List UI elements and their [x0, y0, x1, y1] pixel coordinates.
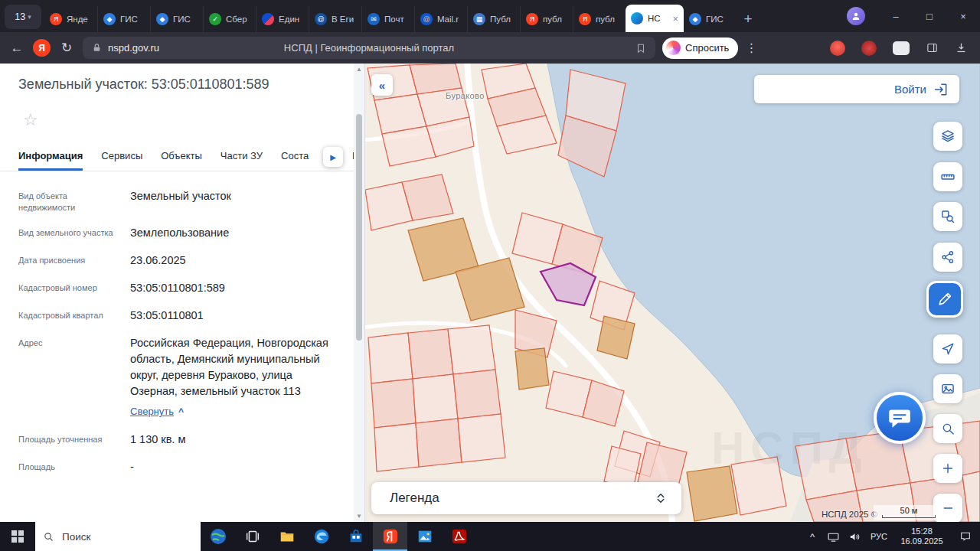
field-row: Кадастровый квартал53:05:0110801 — [18, 308, 338, 324]
legend-expand-icon[interactable] — [654, 491, 668, 505]
browser-tab[interactable]: ◆ГИС — [684, 6, 737, 32]
profile-avatar[interactable] — [847, 7, 865, 25]
login-button[interactable]: Войти — [754, 75, 959, 103]
browser-tab[interactable]: ◆ГИС — [97, 6, 150, 32]
screenshot-button[interactable] — [933, 374, 962, 403]
browser-tab[interactable]: Един — [256, 6, 309, 32]
sidebar-panel-icon[interactable] — [926, 41, 939, 54]
tray-expand-icon[interactable]: ^ — [802, 531, 822, 543]
taskbar-app-edge[interactable] — [304, 522, 338, 551]
field-value: Землепользование — [130, 225, 338, 241]
ruler-button[interactable] — [933, 162, 962, 191]
favorite-star-icon[interactable]: ☆ — [23, 112, 364, 129]
browser-tab[interactable]: ✓Сбер — [203, 6, 256, 32]
taskbar-app-yandex[interactable] — [373, 522, 407, 551]
browser-tab[interactable]: НС× — [626, 5, 684, 32]
tab-strip: ЯЯнде◆ГИС◆ГИС✓СберЕдин@В Еги✉Почт@Mail.r… — [44, 5, 737, 32]
tab-title: Почт — [384, 15, 404, 24]
browser-toolbar: ← Я ↻ nspd.gov.ru НСПД | Геоинформационн… — [0, 32, 980, 64]
extension-icon[interactable] — [861, 41, 877, 56]
network-icon[interactable] — [822, 530, 844, 543]
panel-tab-части зу[interactable]: Части ЗУ — [220, 150, 263, 171]
field-row: Дата присвоения23.06.2025 — [18, 253, 338, 269]
panel-tab-соста[interactable]: Соста — [281, 150, 309, 171]
legend-label: Легенда — [390, 491, 439, 506]
taskbar-app-globe[interactable] — [201, 522, 235, 551]
tab-close-icon[interactable]: × — [672, 13, 678, 24]
browser-tab[interactable]: ▦Публ — [467, 6, 520, 32]
tab-counter-value: 13 — [15, 11, 25, 22]
browser-tab[interactable]: Япубл — [520, 6, 573, 32]
legend-bar[interactable]: Легенда — [371, 482, 681, 514]
map-area[interactable]: Бураково НСПД « Войти Легенда НСПД 2025 … — [365, 64, 980, 522]
taskbar-app-acrobat[interactable] — [442, 522, 476, 551]
tab-title: В Еги — [332, 15, 354, 24]
taskbar-app-photos[interactable] — [407, 522, 442, 551]
field-label: Кадастровый квартал — [18, 308, 130, 324]
browser-tab[interactable]: ЯЯнде — [44, 6, 97, 32]
object-search-button[interactable] — [933, 202, 962, 231]
layers-button[interactable] — [933, 122, 962, 151]
extension-icon[interactable] — [893, 41, 910, 55]
url-text: nspd.gov.ru — [108, 42, 159, 54]
share-button[interactable] — [933, 243, 962, 272]
start-button[interactable] — [0, 522, 35, 551]
tabs-scroll-right-button[interactable]: ▶ — [323, 147, 343, 167]
panel-tab-объекты[interactable]: Объекты — [161, 150, 202, 171]
panel-collapse-button[interactable]: « — [371, 74, 393, 96]
field-label: Кадастровый номер — [18, 280, 130, 296]
scroll-up-icon[interactable]: ▲ — [356, 66, 362, 73]
download-icon[interactable] — [955, 41, 968, 54]
field-row: АдресРоссийская Федерация, Новгородская … — [18, 335, 338, 420]
tab-favicon: ◆ — [156, 13, 168, 25]
window-close-button[interactable]: × — [946, 0, 980, 32]
browser-tab[interactable]: ◆ГИС — [150, 6, 203, 32]
extension-icon[interactable] — [830, 41, 845, 56]
taskbar-app-taskview[interactable] — [235, 522, 270, 551]
cadastral-map[interactable] — [365, 64, 980, 522]
taskbar-app-explorer[interactable] — [270, 522, 304, 551]
more-options-icon[interactable]: ⋮ — [745, 41, 758, 55]
address-bar[interactable]: nspd.gov.ru НСПД | Геоинформационный пор… — [83, 37, 655, 59]
browser-tab[interactable]: Япубл — [573, 6, 626, 32]
search-input[interactable] — [60, 530, 175, 543]
refresh-button[interactable]: ↻ — [57, 40, 76, 56]
tab-title: Янде — [67, 15, 88, 24]
clock[interactable]: 15:28 16.09.2025 — [893, 527, 951, 546]
volume-icon[interactable] — [844, 530, 865, 543]
panel-tab-информация[interactable]: Информация — [18, 150, 83, 171]
scroll-down-icon[interactable]: ▼ — [356, 513, 362, 520]
notification-center-icon[interactable] — [951, 530, 980, 543]
browser-tab[interactable]: @В Еги — [309, 6, 361, 32]
window-minimize-button[interactable]: – — [879, 0, 913, 32]
alice-ask-button[interactable]: Спросить — [662, 37, 738, 59]
field-value: Земельный участок — [130, 188, 338, 214]
locate-button[interactable] — [933, 334, 962, 364]
field-value: - — [130, 459, 338, 475]
taskbar-app-store[interactable] — [338, 522, 373, 551]
draw-button[interactable] — [926, 281, 963, 318]
scrollbar-thumb[interactable] — [356, 114, 362, 341]
tab-favicon: Я — [526, 13, 538, 25]
system-tray: ^ РУС 15:28 16.09.2025 — [802, 522, 980, 551]
scale-label: 50 м — [877, 506, 941, 515]
collapse-address-link[interactable]: Свернуть — [130, 403, 174, 419]
taskbar-search[interactable] — [35, 522, 201, 551]
tab-favicon: @ — [420, 13, 433, 25]
back-button[interactable]: ← — [8, 41, 26, 56]
panel-tab-сервисы[interactable]: Сервисы — [101, 150, 142, 171]
window-maximize-button[interactable]: □ — [913, 0, 946, 32]
yandex-home-button[interactable]: Я — [33, 39, 51, 57]
new-tab-button[interactable]: + — [737, 6, 760, 32]
tab-counter[interactable]: 13 ▾ — [5, 5, 41, 29]
zoom-in-button[interactable] — [933, 454, 962, 483]
search-icon — [43, 531, 54, 543]
bookmark-icon[interactable] — [635, 43, 646, 54]
zoom-search-button[interactable] — [933, 414, 962, 443]
panel-scrollbar[interactable]: ▲ ▼ — [354, 64, 364, 522]
browser-tab[interactable]: @Mail.r — [414, 6, 467, 32]
scale-bar: 50 м — [874, 505, 944, 520]
language-indicator[interactable]: РУС — [865, 532, 893, 541]
browser-tab[interactable]: ✉Почт — [361, 6, 414, 32]
chat-button[interactable] — [874, 392, 926, 444]
